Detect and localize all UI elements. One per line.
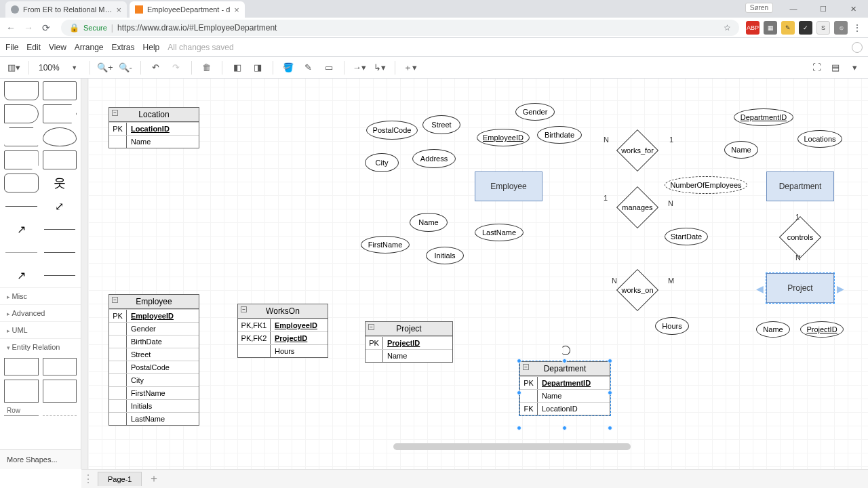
shape-thumb[interactable]: [4, 174, 39, 192]
shape-dashed[interactable]: [4, 243, 39, 262]
menu-arrange[interactable]: Arrange: [75, 43, 104, 52]
close-icon[interactable]: ×: [234, 5, 239, 15]
shape-line[interactable]: [43, 266, 77, 285]
zoom-in-icon[interactable]: 🔍+: [97, 60, 113, 76]
shape-thumb[interactable]: [43, 81, 77, 100]
attr-gender[interactable]: Gender: [515, 103, 555, 121]
sidebar-cat-advanced[interactable]: Advanced: [0, 304, 81, 321]
reload-icon[interactable]: ⟳: [41, 22, 52, 33]
minimize-icon[interactable]: —: [778, 0, 808, 18]
zoom-out-icon[interactable]: 🔍-: [117, 60, 134, 76]
address-field[interactable]: 🔒 Secure | https://www.draw.io/#LEmploye…: [61, 20, 739, 36]
er-shape[interactable]: [4, 380, 39, 403]
er-shape[interactable]: [43, 358, 77, 375]
globe-icon[interactable]: [852, 42, 863, 53]
menu-file[interactable]: File: [5, 43, 18, 52]
collapse-icon[interactable]: −: [241, 306, 247, 312]
collapse-icon[interactable]: ▾: [846, 60, 863, 76]
attr-birthdate[interactable]: Birthdate: [537, 126, 582, 144]
shape-thumb[interactable]: [4, 104, 39, 123]
table-location[interactable]: −Location PKLocationID Name: [108, 107, 199, 148]
shape-actor[interactable]: 웃: [43, 174, 77, 192]
collapse-icon[interactable]: −: [112, 297, 118, 303]
attr-initials[interactable]: Initials: [426, 247, 464, 264]
attr-name-proj[interactable]: Name: [756, 321, 790, 338]
collapse-icon[interactable]: −: [368, 324, 374, 330]
menu-view[interactable]: View: [49, 43, 66, 52]
page-menu-icon[interactable]: ⋮: [81, 472, 95, 485]
shape-thumb[interactable]: [4, 81, 39, 100]
resize-handle[interactable]: [517, 426, 521, 430]
attr-name[interactable]: Name: [410, 213, 448, 232]
shape-thumb[interactable]: [43, 150, 77, 169]
er-shape[interactable]: [43, 380, 77, 403]
attr-city[interactable]: City: [365, 153, 399, 172]
browser-tab[interactable]: From ER to Relational M… ×: [5, 1, 127, 18]
fullscreen-icon[interactable]: ⛶: [808, 60, 825, 76]
extension-icon[interactable]: ✎: [781, 21, 795, 35]
resize-handle[interactable]: [562, 359, 567, 363]
shape-thumb[interactable]: [4, 127, 39, 146]
extension-icon[interactable]: ✓: [799, 21, 812, 35]
resize-handle[interactable]: [608, 390, 612, 395]
er-row-shape[interactable]: [4, 415, 39, 420]
shape-thumb[interactable]: [43, 104, 77, 123]
menu-help[interactable]: Help: [143, 43, 160, 52]
collapse-icon[interactable]: −: [112, 110, 118, 116]
table-project[interactable]: −Project PKProjectID Name: [365, 321, 453, 363]
resize-handle[interactable]: [562, 426, 567, 430]
undo-icon[interactable]: ↶: [148, 60, 164, 76]
attr-firstname[interactable]: FirstName: [361, 236, 410, 253]
attr-locations[interactable]: Locations: [797, 130, 842, 148]
attr-hours[interactable]: Hours: [655, 317, 689, 335]
collapse-icon[interactable]: −: [523, 364, 529, 370]
menu-edit[interactable]: Edit: [26, 43, 41, 52]
resize-handle[interactable]: [608, 426, 612, 430]
canvas[interactable]: PostalCode Street City Address EmployeeI…: [88, 79, 868, 469]
attr-startdate[interactable]: StartDate: [665, 228, 708, 245]
format-panel-icon[interactable]: ▤: [827, 60, 844, 76]
attr-address[interactable]: Address: [412, 149, 456, 168]
connection-icon[interactable]: →▾: [351, 60, 368, 76]
extension-icon[interactable]: S: [816, 21, 830, 35]
view-mode-button[interactable]: ▥▾: [5, 60, 22, 76]
close-icon[interactable]: ×: [116, 5, 121, 15]
entity-employee[interactable]: Employee: [475, 171, 542, 201]
shape-arrow-bi[interactable]: ⤢: [43, 197, 77, 216]
resize-handle[interactable]: [608, 359, 612, 363]
shape-line[interactable]: [43, 243, 77, 262]
shape-thumb[interactable]: [43, 127, 77, 146]
shape-thumb[interactable]: [4, 150, 39, 169]
rel-manages[interactable]: manages: [610, 192, 665, 222]
attr-lastname[interactable]: LastName: [475, 224, 524, 241]
sidebar-cat-uml[interactable]: UML: [0, 321, 81, 338]
to-back-icon[interactable]: ◨: [250, 60, 266, 76]
er-row-shape[interactable]: [43, 415, 77, 420]
attr-projectid[interactable]: ProjectID: [800, 321, 844, 338]
table-department[interactable]: −Department PKDepartmentID Name FKLocati…: [519, 361, 610, 415]
extension-icon[interactable]: ABP: [746, 21, 760, 35]
attr-departmentid[interactable]: DepartmentID: [734, 108, 793, 126]
attr-numberofemployees[interactable]: NumberOfEmployees: [665, 176, 747, 194]
shadow-icon[interactable]: ▭: [321, 60, 337, 76]
shape-curve[interactable]: [4, 197, 39, 216]
resize-handle[interactable]: [517, 359, 521, 363]
close-window-icon[interactable]: ✕: [838, 0, 868, 18]
bookmark-star-icon[interactable]: ☆: [724, 23, 731, 33]
fill-color-icon[interactable]: 🪣: [280, 60, 296, 76]
sidebar-cat-er[interactable]: Entity Relation: [0, 338, 81, 355]
maximize-icon[interactable]: ☐: [808, 0, 838, 18]
attr-name-dept[interactable]: Name: [724, 141, 758, 159]
zoom-value[interactable]: 100%: [36, 63, 62, 73]
attr-street[interactable]: Street: [422, 115, 460, 134]
connection-hint-icon[interactable]: ▶: [837, 283, 844, 294]
forward-icon[interactable]: →: [23, 22, 34, 33]
browser-tab-active[interactable]: EmployeeDepartment - d ×: [130, 1, 245, 18]
extension-icon[interactable]: ▦: [764, 21, 777, 35]
rel-controls[interactable]: controls: [773, 222, 827, 252]
redo-icon[interactable]: ↷: [168, 60, 184, 76]
add-page-icon[interactable]: ＋: [149, 472, 159, 486]
er-shape[interactable]: [4, 358, 39, 375]
menu-icon[interactable]: ⋮: [852, 22, 863, 33]
extension-icon[interactable]: ⎋: [834, 21, 848, 35]
